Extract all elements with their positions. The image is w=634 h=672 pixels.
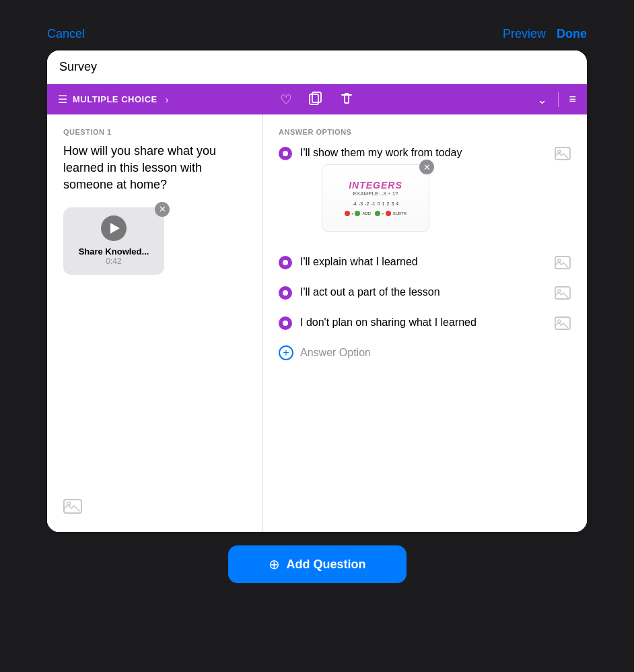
integers-title: INTEGERS (349, 180, 402, 191)
radio-inner-4 (283, 321, 288, 326)
answer-options-label: ANSWER OPTIONS (279, 128, 571, 136)
option-3-image-button[interactable] (555, 286, 571, 303)
add-question-button[interactable]: ⊕ Add Question (228, 545, 407, 583)
question-label: QUESTION 1 (63, 128, 246, 136)
integers-close-button[interactable]: ✕ (419, 160, 434, 174)
radio-inner-1 (283, 151, 288, 156)
toolbar-right: ⌄ ≡ (403, 92, 576, 107)
survey-input[interactable] (59, 60, 575, 74)
red-circle-2 (386, 211, 391, 216)
page-title: Exit Ticket (264, 27, 324, 41)
answer-option-1: I'll show them my work from today INTEGE… (279, 145, 571, 242)
radio-inner-2 (283, 260, 288, 265)
green-circle-1 (355, 211, 360, 216)
survey-row (47, 51, 587, 84)
radio-4[interactable] (279, 316, 292, 330)
question-text: How will you share what you learned in t… (63, 143, 246, 194)
right-panel: ANSWER OPTIONS I'll show them my work fr… (262, 114, 587, 532)
play-button[interactable] (101, 215, 127, 241)
add-question-plus-icon: ⊕ (269, 556, 280, 572)
left-panel: QUESTION 1 How will you share what you l… (47, 114, 262, 532)
trash-icon (339, 91, 354, 106)
integers-subtitle: EXAMPLE: -3 ÷ 1? (353, 191, 398, 197)
option-4-image-button[interactable] (555, 316, 571, 333)
radio-1[interactable] (279, 147, 292, 160)
integers-ops: + ADD + SUBTR (345, 211, 407, 216)
radio-inner-3 (283, 290, 288, 296)
option-1-text: I'll show them my work from today (300, 145, 547, 160)
answer-option-4: I don't plan on sharing what I learned (279, 315, 571, 333)
copy-button[interactable] (308, 91, 323, 108)
done-button[interactable]: Done (557, 27, 587, 41)
red-circle (345, 211, 350, 216)
video-thumbnail[interactable]: Share Knowled... 0:42 ✕ (63, 207, 164, 275)
op-subtract: + SUBTR (375, 211, 407, 216)
bottom-bar: ⊕ Add Question (47, 532, 587, 590)
add-option-text: Answer Option (300, 347, 371, 359)
content-area: QUESTION 1 How will you share what you l… (47, 114, 587, 532)
radio-3[interactable] (279, 286, 292, 300)
answer-option-2: I'll explain what I learned (279, 255, 571, 273)
menu-icon[interactable]: ≡ (569, 92, 577, 106)
add-option-circle: + (279, 345, 293, 360)
video-title: Share Knowled... (79, 246, 149, 257)
answer-option-3: I'll act out a part of the lesson (279, 285, 571, 303)
toolbar-center: ♡ (231, 91, 404, 108)
video-duration: 0:42 (106, 257, 121, 266)
main-card: ☰ MULTIPLE CHOICE › ♡ (47, 51, 587, 532)
toolbar-divider (558, 92, 559, 107)
green-circle-2 (375, 211, 380, 216)
play-icon (110, 223, 120, 234)
cancel-button[interactable]: Cancel (47, 27, 85, 41)
number-line: -4 -3 -2 -1 0 1 2 3 4 (353, 201, 398, 206)
add-image-icon[interactable] (63, 498, 82, 518)
option-1-content: I'll show them my work from today INTEGE… (300, 145, 547, 242)
preview-button[interactable]: Preview (503, 27, 546, 41)
trash-button[interactable] (339, 91, 354, 108)
chevron-down-icon[interactable]: ⌄ (537, 92, 547, 107)
heart-button[interactable]: ♡ (280, 93, 292, 106)
op-add: + ADD (345, 211, 371, 216)
purple-toolbar: ☰ MULTIPLE CHOICE › ♡ (47, 84, 587, 114)
radio-2[interactable] (279, 256, 292, 269)
integers-image: INTEGERS EXAMPLE: -3 ÷ 1? -4 -3 -2 -1 0 … (322, 164, 429, 232)
add-question-label: Add Question (287, 558, 366, 572)
option-3-text: I'll act out a part of the lesson (300, 285, 547, 300)
copy-icon (308, 91, 323, 106)
type-label: MULTIPLE CHOICE (73, 94, 157, 104)
video-close-button[interactable]: ✕ (155, 202, 170, 217)
option-1-image-button[interactable] (555, 147, 571, 164)
add-answer-option[interactable]: + Answer Option (279, 345, 571, 360)
option-2-image-button[interactable] (555, 256, 571, 273)
list-icon: ☰ (58, 93, 67, 106)
chevron-right-icon: › (166, 94, 169, 105)
image-icon (63, 498, 82, 514)
option-4-text: I don't plan on sharing what I learned (300, 315, 547, 330)
toolbar-left: ☰ MULTIPLE CHOICE › (58, 93, 231, 106)
integers-img-inner: INTEGERS EXAMPLE: -3 ÷ 1? -4 -3 -2 -1 0 … (322, 165, 429, 231)
option-2-text: I'll explain what I learned (300, 255, 547, 269)
